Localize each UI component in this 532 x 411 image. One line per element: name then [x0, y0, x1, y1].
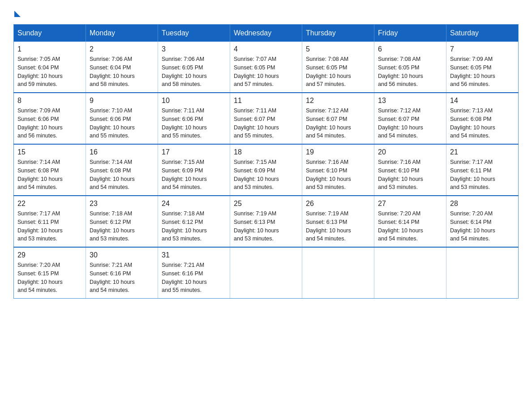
day-number: 4 — [234, 45, 298, 53]
day-number: 12 — [306, 97, 370, 105]
day-info: Sunrise: 7:12 AM Sunset: 6:07 PM Dayligh… — [378, 107, 442, 140]
calendar-cell: 15 Sunrise: 7:14 AM Sunset: 6:08 PM Dayl… — [14, 144, 86, 196]
calendar-cell: 27 Sunrise: 7:20 AM Sunset: 6:14 PM Dayl… — [374, 196, 446, 247]
calendar-week-row: 15 Sunrise: 7:14 AM Sunset: 6:08 PM Dayl… — [14, 144, 519, 196]
calendar-cell — [230, 247, 302, 299]
calendar-cell: 22 Sunrise: 7:17 AM Sunset: 6:11 PM Dayl… — [14, 196, 86, 247]
calendar-cell: 21 Sunrise: 7:17 AM Sunset: 6:11 PM Dayl… — [446, 144, 519, 196]
day-info: Sunrise: 7:18 AM Sunset: 6:12 PM Dayligh… — [90, 210, 154, 243]
day-number: 15 — [17, 148, 82, 156]
calendar-cell: 1 Sunrise: 7:05 AM Sunset: 6:04 PM Dayli… — [14, 42, 86, 93]
day-info: Sunrise: 7:09 AM Sunset: 6:05 PM Dayligh… — [450, 55, 515, 89]
day-info: Sunrise: 7:20 AM Sunset: 6:14 PM Dayligh… — [450, 210, 515, 243]
day-info: Sunrise: 7:11 AM Sunset: 6:07 PM Dayligh… — [234, 107, 298, 140]
day-number: 21 — [450, 148, 515, 156]
calendar-table: SundayMondayTuesdayWednesdayThursdayFrid… — [13, 24, 519, 299]
day-number: 5 — [306, 45, 370, 53]
day-of-week-header: Sunday — [14, 25, 86, 42]
day-number: 10 — [162, 97, 226, 105]
day-info: Sunrise: 7:11 AM Sunset: 6:06 PM Dayligh… — [162, 107, 226, 140]
day-info: Sunrise: 7:19 AM Sunset: 6:13 PM Dayligh… — [306, 210, 370, 243]
calendar-cell: 29 Sunrise: 7:20 AM Sunset: 6:15 PM Dayl… — [14, 247, 86, 299]
day-info: Sunrise: 7:13 AM Sunset: 6:08 PM Dayligh… — [450, 107, 515, 140]
calendar-cell — [446, 247, 519, 299]
calendar-cell: 9 Sunrise: 7:10 AM Sunset: 6:06 PM Dayli… — [86, 93, 158, 144]
calendar-cell: 28 Sunrise: 7:20 AM Sunset: 6:14 PM Dayl… — [446, 196, 519, 247]
day-of-week-header: Saturday — [446, 25, 519, 42]
calendar-cell: 17 Sunrise: 7:15 AM Sunset: 6:09 PM Dayl… — [158, 144, 230, 196]
calendar-cell: 13 Sunrise: 7:12 AM Sunset: 6:07 PM Dayl… — [374, 93, 446, 144]
day-info: Sunrise: 7:21 AM Sunset: 6:16 PM Dayligh… — [162, 261, 226, 295]
calendar-cell: 12 Sunrise: 7:12 AM Sunset: 6:07 PM Dayl… — [302, 93, 374, 144]
calendar-cell: 30 Sunrise: 7:21 AM Sunset: 6:16 PM Dayl… — [86, 247, 158, 299]
day-number: 8 — [17, 97, 82, 105]
day-number: 22 — [17, 200, 82, 208]
day-info: Sunrise: 7:05 AM Sunset: 6:04 PM Dayligh… — [17, 55, 82, 89]
calendar-week-row: 22 Sunrise: 7:17 AM Sunset: 6:11 PM Dayl… — [14, 196, 519, 247]
calendar-week-row: 1 Sunrise: 7:05 AM Sunset: 6:04 PM Dayli… — [14, 42, 519, 93]
day-of-week-header: Monday — [86, 25, 158, 42]
calendar-cell: 24 Sunrise: 7:18 AM Sunset: 6:12 PM Dayl… — [158, 196, 230, 247]
day-info: Sunrise: 7:18 AM Sunset: 6:12 PM Dayligh… — [162, 210, 226, 243]
day-info: Sunrise: 7:06 AM Sunset: 6:05 PM Dayligh… — [162, 55, 226, 89]
calendar-cell — [302, 247, 374, 299]
day-number: 13 — [378, 97, 442, 105]
calendar-cell: 16 Sunrise: 7:14 AM Sunset: 6:08 PM Dayl… — [86, 144, 158, 196]
day-number: 18 — [234, 148, 298, 156]
day-number: 30 — [90, 251, 154, 259]
calendar-header-row: SundayMondayTuesdayWednesdayThursdayFrid… — [14, 25, 519, 42]
day-number: 16 — [90, 148, 154, 156]
day-info: Sunrise: 7:17 AM Sunset: 6:11 PM Dayligh… — [450, 158, 515, 192]
calendar-cell: 14 Sunrise: 7:13 AM Sunset: 6:08 PM Dayl… — [446, 93, 519, 144]
day-of-week-header: Wednesday — [230, 25, 302, 42]
calendar-cell — [374, 247, 446, 299]
calendar-cell: 2 Sunrise: 7:06 AM Sunset: 6:04 PM Dayli… — [86, 42, 158, 93]
calendar-cell: 26 Sunrise: 7:19 AM Sunset: 6:13 PM Dayl… — [302, 196, 374, 247]
day-number: 11 — [234, 97, 298, 105]
calendar-cell: 19 Sunrise: 7:16 AM Sunset: 6:10 PM Dayl… — [302, 144, 374, 196]
calendar-cell: 4 Sunrise: 7:07 AM Sunset: 6:05 PM Dayli… — [230, 42, 302, 93]
day-number: 27 — [378, 200, 442, 208]
day-number: 25 — [234, 200, 298, 208]
day-number: 23 — [90, 200, 154, 208]
page-header — [13, 9, 519, 15]
calendar-cell: 10 Sunrise: 7:11 AM Sunset: 6:06 PM Dayl… — [158, 93, 230, 144]
day-number: 24 — [162, 200, 226, 208]
day-number: 29 — [17, 251, 82, 259]
calendar-cell: 23 Sunrise: 7:18 AM Sunset: 6:12 PM Dayl… — [86, 196, 158, 247]
calendar-cell: 11 Sunrise: 7:11 AM Sunset: 6:07 PM Dayl… — [230, 93, 302, 144]
day-info: Sunrise: 7:14 AM Sunset: 6:08 PM Dayligh… — [90, 158, 154, 192]
day-number: 20 — [378, 148, 442, 156]
day-number: 17 — [162, 148, 226, 156]
day-info: Sunrise: 7:09 AM Sunset: 6:06 PM Dayligh… — [17, 107, 82, 140]
day-of-week-header: Friday — [374, 25, 446, 42]
calendar-cell: 6 Sunrise: 7:08 AM Sunset: 6:05 PM Dayli… — [374, 42, 446, 93]
calendar-cell: 5 Sunrise: 7:08 AM Sunset: 6:05 PM Dayli… — [302, 42, 374, 93]
day-info: Sunrise: 7:20 AM Sunset: 6:14 PM Dayligh… — [378, 210, 442, 243]
day-info: Sunrise: 7:10 AM Sunset: 6:06 PM Dayligh… — [90, 107, 154, 140]
day-info: Sunrise: 7:15 AM Sunset: 6:09 PM Dayligh… — [162, 158, 226, 192]
day-of-week-header: Thursday — [302, 25, 374, 42]
day-info: Sunrise: 7:15 AM Sunset: 6:09 PM Dayligh… — [234, 158, 298, 192]
day-info: Sunrise: 7:14 AM Sunset: 6:08 PM Dayligh… — [17, 158, 82, 192]
day-info: Sunrise: 7:08 AM Sunset: 6:05 PM Dayligh… — [378, 55, 442, 89]
day-info: Sunrise: 7:06 AM Sunset: 6:04 PM Dayligh… — [90, 55, 154, 89]
calendar-cell: 3 Sunrise: 7:06 AM Sunset: 6:05 PM Dayli… — [158, 42, 230, 93]
day-number: 31 — [162, 251, 226, 259]
day-info: Sunrise: 7:07 AM Sunset: 6:05 PM Dayligh… — [234, 55, 298, 89]
calendar-cell: 7 Sunrise: 7:09 AM Sunset: 6:05 PM Dayli… — [446, 42, 519, 93]
day-number: 1 — [17, 45, 82, 53]
day-number: 7 — [450, 45, 515, 53]
calendar-cell: 20 Sunrise: 7:16 AM Sunset: 6:10 PM Dayl… — [374, 144, 446, 196]
day-info: Sunrise: 7:19 AM Sunset: 6:13 PM Dayligh… — [234, 210, 298, 243]
day-info: Sunrise: 7:16 AM Sunset: 6:10 PM Dayligh… — [306, 158, 370, 192]
day-number: 26 — [306, 200, 370, 208]
day-info: Sunrise: 7:12 AM Sunset: 6:07 PM Dayligh… — [306, 107, 370, 140]
day-number: 6 — [378, 45, 442, 53]
day-number: 2 — [90, 45, 154, 53]
calendar-cell: 31 Sunrise: 7:21 AM Sunset: 6:16 PM Dayl… — [158, 247, 230, 299]
day-info: Sunrise: 7:08 AM Sunset: 6:05 PM Dayligh… — [306, 55, 370, 89]
day-number: 28 — [450, 200, 515, 208]
calendar-cell: 8 Sunrise: 7:09 AM Sunset: 6:06 PM Dayli… — [14, 93, 86, 144]
logo — [13, 9, 21, 15]
